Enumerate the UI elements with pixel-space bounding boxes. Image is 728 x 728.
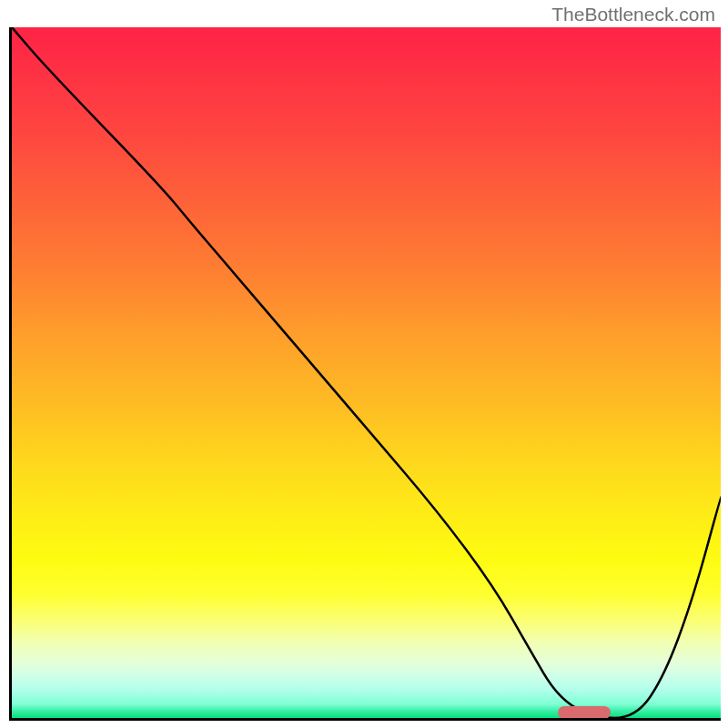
chart-plot-area	[9, 27, 721, 721]
watermark-text: TheBottleneck.com	[551, 4, 715, 25]
optimal-range-marker	[558, 706, 611, 719]
bottleneck-curve	[12, 27, 721, 718]
